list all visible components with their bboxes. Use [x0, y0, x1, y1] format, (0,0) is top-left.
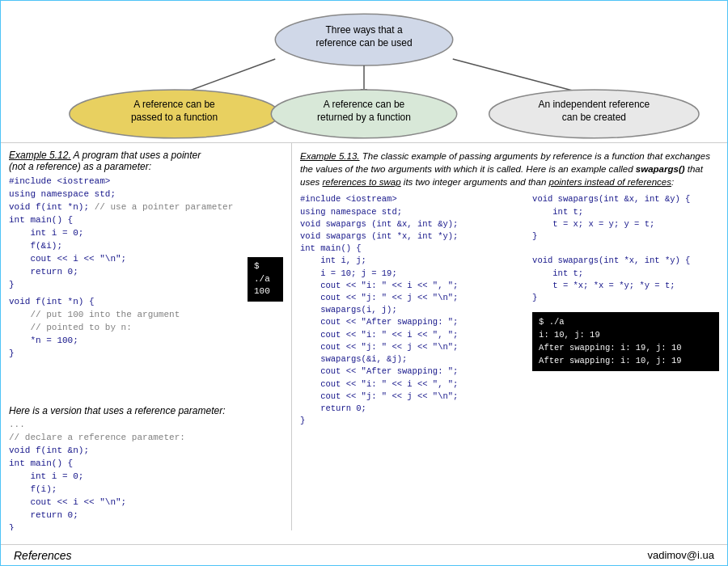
code-block-2: void f(int *n) { // put 100 into the arg… — [9, 296, 283, 361]
terminal-1: $ ./a100 — [248, 257, 283, 301]
code-block-right-right: void swapargs(int &x, int &y) { int t; t… — [532, 193, 719, 304]
example-5-12-title: Example 5.12. A program that uses a poin… — [9, 150, 283, 172]
svg-text:An independent reference: An independent reference — [538, 99, 650, 110]
footer-references-label: References — [14, 549, 72, 562]
code-block-right-left: #include <iostream> using namespace std;… — [300, 193, 524, 427]
footer: References vadimov@i.ua — [1, 544, 727, 565]
svg-text:A reference can be: A reference can be — [324, 99, 405, 110]
diagram-section: Three ways that a reference can be used … — [1, 1, 727, 142]
code-block-1: #include <iostream> using namespace std;… — [9, 175, 283, 291]
terminal-2: $ ./ai: 10, j: 19After swapping: i: 19, … — [532, 312, 719, 371]
svg-text:passed to a function: passed to a function — [131, 112, 218, 123]
main-content: Example 5.12. A program that uses a poin… — [1, 142, 727, 530]
footer-author-label: vadimov@i.ua — [647, 549, 714, 561]
svg-text:reference can be used: reference can be used — [315, 37, 412, 49]
example-5-13-title: Example 5.13. The classic example of pas… — [300, 150, 719, 188]
left-panel: Example 5.12. A program that uses a poin… — [1, 143, 292, 530]
svg-text:A reference can be: A reference can be — [133, 99, 215, 110]
right-code-right: void swapargs(int &x, int &y) { int t; t… — [532, 193, 719, 432]
example-5-12-label: Example 5.12. — [9, 150, 71, 161]
right-code-columns: #include <iostream> using namespace std;… — [300, 193, 719, 432]
code-block-3: ... // declare a reference parameter: vo… — [9, 419, 283, 530]
right-code-left: #include <iostream> using namespace std;… — [300, 193, 524, 432]
section-heading-reference: Here is a version that uses a reference … — [9, 405, 283, 416]
svg-text:can be created: can be created — [562, 112, 626, 123]
svg-text:Three ways that a: Three ways that a — [325, 24, 402, 36]
right-panel: Example 5.13. The classic example of pas… — [292, 143, 727, 530]
svg-text:returned by a function: returned by a function — [317, 112, 411, 123]
